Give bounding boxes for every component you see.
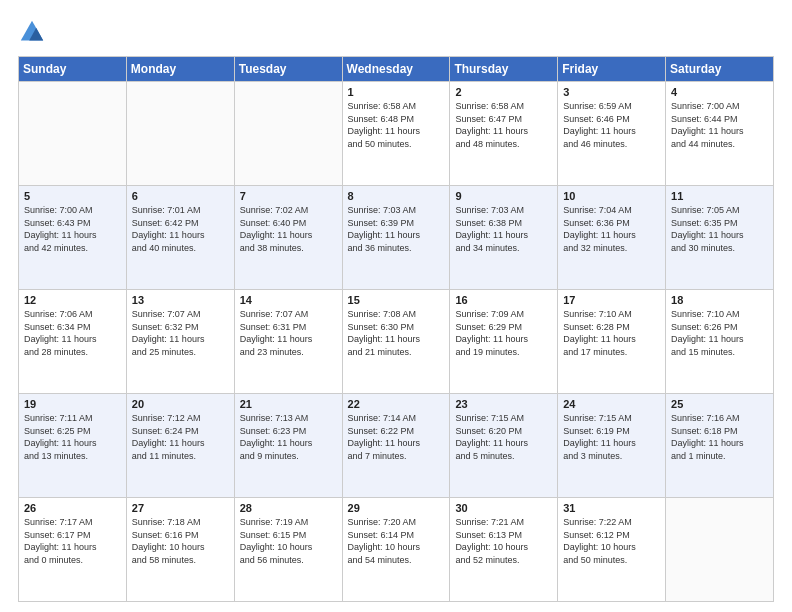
day-info: Sunrise: 6:58 AM Sunset: 6:48 PM Dayligh… xyxy=(348,100,445,150)
day-number: 3 xyxy=(563,86,660,98)
calendar-cell: 22Sunrise: 7:14 AM Sunset: 6:22 PM Dayli… xyxy=(342,394,450,498)
day-info: Sunrise: 7:14 AM Sunset: 6:22 PM Dayligh… xyxy=(348,412,445,462)
day-number: 1 xyxy=(348,86,445,98)
day-number: 19 xyxy=(24,398,121,410)
day-number: 20 xyxy=(132,398,229,410)
calendar-cell: 4Sunrise: 7:00 AM Sunset: 6:44 PM Daylig… xyxy=(666,82,774,186)
day-number: 8 xyxy=(348,190,445,202)
calendar-cell: 17Sunrise: 7:10 AM Sunset: 6:28 PM Dayli… xyxy=(558,290,666,394)
day-number: 22 xyxy=(348,398,445,410)
day-number: 24 xyxy=(563,398,660,410)
day-info: Sunrise: 7:17 AM Sunset: 6:17 PM Dayligh… xyxy=(24,516,121,566)
calendar-cell: 25Sunrise: 7:16 AM Sunset: 6:18 PM Dayli… xyxy=(666,394,774,498)
day-number: 14 xyxy=(240,294,337,306)
calendar-cell xyxy=(234,82,342,186)
day-info: Sunrise: 7:05 AM Sunset: 6:35 PM Dayligh… xyxy=(671,204,768,254)
day-number: 13 xyxy=(132,294,229,306)
day-info: Sunrise: 6:58 AM Sunset: 6:47 PM Dayligh… xyxy=(455,100,552,150)
calendar-cell xyxy=(126,82,234,186)
day-number: 23 xyxy=(455,398,552,410)
weekday-header-thursday: Thursday xyxy=(450,57,558,82)
day-info: Sunrise: 7:19 AM Sunset: 6:15 PM Dayligh… xyxy=(240,516,337,566)
calendar-cell: 15Sunrise: 7:08 AM Sunset: 6:30 PM Dayli… xyxy=(342,290,450,394)
day-info: Sunrise: 7:13 AM Sunset: 6:23 PM Dayligh… xyxy=(240,412,337,462)
calendar-cell: 6Sunrise: 7:01 AM Sunset: 6:42 PM Daylig… xyxy=(126,186,234,290)
calendar-cell xyxy=(19,82,127,186)
calendar-table: SundayMondayTuesdayWednesdayThursdayFrid… xyxy=(18,56,774,602)
calendar-week-5: 26Sunrise: 7:17 AM Sunset: 6:17 PM Dayli… xyxy=(19,498,774,602)
calendar-cell xyxy=(666,498,774,602)
day-info: Sunrise: 6:59 AM Sunset: 6:46 PM Dayligh… xyxy=(563,100,660,150)
day-info: Sunrise: 7:03 AM Sunset: 6:38 PM Dayligh… xyxy=(455,204,552,254)
weekday-header-row: SundayMondayTuesdayWednesdayThursdayFrid… xyxy=(19,57,774,82)
day-info: Sunrise: 7:00 AM Sunset: 6:43 PM Dayligh… xyxy=(24,204,121,254)
day-number: 7 xyxy=(240,190,337,202)
day-number: 25 xyxy=(671,398,768,410)
day-number: 11 xyxy=(671,190,768,202)
logo xyxy=(18,18,50,46)
day-info: Sunrise: 7:10 AM Sunset: 6:28 PM Dayligh… xyxy=(563,308,660,358)
calendar-cell: 12Sunrise: 7:06 AM Sunset: 6:34 PM Dayli… xyxy=(19,290,127,394)
day-info: Sunrise: 7:03 AM Sunset: 6:39 PM Dayligh… xyxy=(348,204,445,254)
day-info: Sunrise: 7:07 AM Sunset: 6:31 PM Dayligh… xyxy=(240,308,337,358)
day-number: 18 xyxy=(671,294,768,306)
day-number: 9 xyxy=(455,190,552,202)
day-info: Sunrise: 7:20 AM Sunset: 6:14 PM Dayligh… xyxy=(348,516,445,566)
calendar-week-4: 19Sunrise: 7:11 AM Sunset: 6:25 PM Dayli… xyxy=(19,394,774,498)
calendar-cell: 7Sunrise: 7:02 AM Sunset: 6:40 PM Daylig… xyxy=(234,186,342,290)
calendar-cell: 16Sunrise: 7:09 AM Sunset: 6:29 PM Dayli… xyxy=(450,290,558,394)
day-info: Sunrise: 7:15 AM Sunset: 6:19 PM Dayligh… xyxy=(563,412,660,462)
calendar-cell: 21Sunrise: 7:13 AM Sunset: 6:23 PM Dayli… xyxy=(234,394,342,498)
logo-icon xyxy=(18,18,46,46)
day-number: 26 xyxy=(24,502,121,514)
weekday-header-friday: Friday xyxy=(558,57,666,82)
weekday-header-monday: Monday xyxy=(126,57,234,82)
calendar-week-1: 1Sunrise: 6:58 AM Sunset: 6:48 PM Daylig… xyxy=(19,82,774,186)
day-number: 29 xyxy=(348,502,445,514)
day-number: 21 xyxy=(240,398,337,410)
day-number: 15 xyxy=(348,294,445,306)
day-info: Sunrise: 7:22 AM Sunset: 6:12 PM Dayligh… xyxy=(563,516,660,566)
calendar-cell: 1Sunrise: 6:58 AM Sunset: 6:48 PM Daylig… xyxy=(342,82,450,186)
day-info: Sunrise: 7:01 AM Sunset: 6:42 PM Dayligh… xyxy=(132,204,229,254)
day-info: Sunrise: 7:00 AM Sunset: 6:44 PM Dayligh… xyxy=(671,100,768,150)
calendar-cell: 26Sunrise: 7:17 AM Sunset: 6:17 PM Dayli… xyxy=(19,498,127,602)
calendar-cell: 8Sunrise: 7:03 AM Sunset: 6:39 PM Daylig… xyxy=(342,186,450,290)
day-info: Sunrise: 7:21 AM Sunset: 6:13 PM Dayligh… xyxy=(455,516,552,566)
calendar-cell: 19Sunrise: 7:11 AM Sunset: 6:25 PM Dayli… xyxy=(19,394,127,498)
day-info: Sunrise: 7:16 AM Sunset: 6:18 PM Dayligh… xyxy=(671,412,768,462)
day-number: 4 xyxy=(671,86,768,98)
calendar-cell: 20Sunrise: 7:12 AM Sunset: 6:24 PM Dayli… xyxy=(126,394,234,498)
calendar-cell: 27Sunrise: 7:18 AM Sunset: 6:16 PM Dayli… xyxy=(126,498,234,602)
day-number: 12 xyxy=(24,294,121,306)
day-number: 30 xyxy=(455,502,552,514)
calendar-week-2: 5Sunrise: 7:00 AM Sunset: 6:43 PM Daylig… xyxy=(19,186,774,290)
day-info: Sunrise: 7:10 AM Sunset: 6:26 PM Dayligh… xyxy=(671,308,768,358)
day-info: Sunrise: 7:06 AM Sunset: 6:34 PM Dayligh… xyxy=(24,308,121,358)
day-number: 17 xyxy=(563,294,660,306)
header xyxy=(18,18,774,46)
weekday-header-wednesday: Wednesday xyxy=(342,57,450,82)
day-number: 31 xyxy=(563,502,660,514)
calendar-cell: 14Sunrise: 7:07 AM Sunset: 6:31 PM Dayli… xyxy=(234,290,342,394)
calendar-cell: 11Sunrise: 7:05 AM Sunset: 6:35 PM Dayli… xyxy=(666,186,774,290)
day-info: Sunrise: 7:08 AM Sunset: 6:30 PM Dayligh… xyxy=(348,308,445,358)
calendar-cell: 9Sunrise: 7:03 AM Sunset: 6:38 PM Daylig… xyxy=(450,186,558,290)
calendar-cell: 18Sunrise: 7:10 AM Sunset: 6:26 PM Dayli… xyxy=(666,290,774,394)
day-number: 2 xyxy=(455,86,552,98)
day-number: 6 xyxy=(132,190,229,202)
calendar-cell: 31Sunrise: 7:22 AM Sunset: 6:12 PM Dayli… xyxy=(558,498,666,602)
calendar-cell: 10Sunrise: 7:04 AM Sunset: 6:36 PM Dayli… xyxy=(558,186,666,290)
day-info: Sunrise: 7:15 AM Sunset: 6:20 PM Dayligh… xyxy=(455,412,552,462)
day-info: Sunrise: 7:07 AM Sunset: 6:32 PM Dayligh… xyxy=(132,308,229,358)
calendar-cell: 28Sunrise: 7:19 AM Sunset: 6:15 PM Dayli… xyxy=(234,498,342,602)
day-number: 5 xyxy=(24,190,121,202)
day-info: Sunrise: 7:11 AM Sunset: 6:25 PM Dayligh… xyxy=(24,412,121,462)
day-number: 16 xyxy=(455,294,552,306)
calendar-cell: 13Sunrise: 7:07 AM Sunset: 6:32 PM Dayli… xyxy=(126,290,234,394)
weekday-header-sunday: Sunday xyxy=(19,57,127,82)
day-number: 28 xyxy=(240,502,337,514)
page: SundayMondayTuesdayWednesdayThursdayFrid… xyxy=(0,0,792,612)
day-info: Sunrise: 7:09 AM Sunset: 6:29 PM Dayligh… xyxy=(455,308,552,358)
day-number: 27 xyxy=(132,502,229,514)
